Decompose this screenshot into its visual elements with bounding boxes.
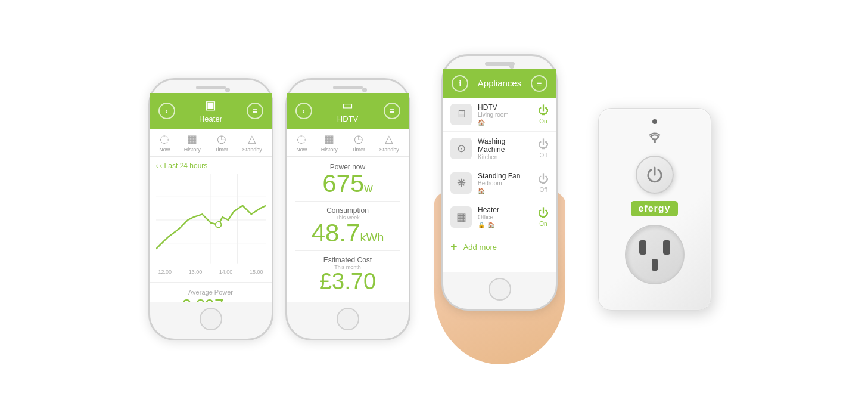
add-more-plus-icon: + <box>450 240 458 254</box>
phone3-bottom-bar <box>443 272 556 309</box>
heater-tag-lock: 🔒 <box>478 222 485 228</box>
heater-back-btn[interactable]: ‹ <box>158 103 175 119</box>
now-icon: ◌ <box>160 132 169 145</box>
chart-xaxis: 12.00 13.00 14.00 15.00 <box>156 268 266 276</box>
stats-area: Power now 675w Consumption This week 48.… <box>287 157 409 299</box>
add-more-row[interactable]: + Add more <box>443 234 556 260</box>
appliance-row-fan[interactable]: ❋ Standing Fan Bedroom 🏠 ⏻ Off <box>443 166 556 200</box>
hdtv-nav-now[interactable]: ◌ Now <box>296 132 307 153</box>
hdtv-toggle-label: On <box>539 118 547 125</box>
phone3-home-btn[interactable] <box>489 278 511 301</box>
socket-hole-right <box>663 240 670 255</box>
avg-power-section: Average Power 2.297 kW <box>150 282 272 302</box>
heater-toggle[interactable]: ⏻ On <box>538 207 549 227</box>
phone2-screen: ‹ ▭ HDTV ≡ ◌ Now ▦ History ◷ Timer <box>287 93 409 302</box>
fan-appliance-location: Bedroom <box>478 180 532 187</box>
heater-nav-history[interactable]: ▦ History <box>184 132 201 153</box>
hdtv-nav-standby[interactable]: △ Standby <box>379 132 399 153</box>
plug-socket <box>625 225 685 284</box>
heater-nav-standby[interactable]: △ Standby <box>242 132 262 153</box>
hdtv-tags: 🏠 <box>478 119 532 126</box>
standby-label: Standby <box>242 147 262 153</box>
appliances-header: ℹ Appliances ≡ <box>443 69 556 98</box>
fan-tags: 🏠 <box>478 188 532 194</box>
fan-tag-home: 🏠 <box>478 188 485 194</box>
phone1-home-btn[interactable] <box>200 308 222 330</box>
hdtv-nav-timer[interactable]: ◷ Timer <box>351 132 365 153</box>
heater-appliance-info: Heater Office 🔒 🏠 <box>478 206 532 228</box>
appliance-row-washing[interactable]: ⊙ Washing Machine Kitchen ⏻ Off <box>443 132 556 166</box>
hdtv-nav-history[interactable]: ▦ History <box>321 132 338 153</box>
hdtv-standby-label: Standby <box>379 147 399 153</box>
socket-holes-top <box>634 239 675 256</box>
stat-divider-1 <box>295 201 400 202</box>
history-icon: ▦ <box>187 132 197 145</box>
hdtv-now-label: Now <box>296 147 307 153</box>
phone-hdtv: ‹ ▭ HDTV ≡ ◌ Now ▦ History ◷ Timer <box>285 78 410 340</box>
phone3-camera <box>509 64 514 69</box>
heater-power-icon: ⏻ <box>538 207 549 219</box>
plug-led <box>652 119 657 124</box>
phone1-speaker <box>196 86 226 89</box>
hdtv-timer-label: Timer <box>351 147 365 153</box>
hdtv-timer-icon: ◷ <box>354 132 363 145</box>
heater-nav-now[interactable]: ◌ Now <box>159 132 170 153</box>
washing-appliance-name: Washing Machine <box>478 137 532 154</box>
hdtv-history-label: History <box>321 147 338 153</box>
plug-power-button[interactable] <box>636 156 674 194</box>
add-more-label: Add more <box>463 243 497 252</box>
appliances-menu-btn[interactable]: ≡ <box>531 75 547 92</box>
hdtv-back-btn[interactable]: ‹ <box>295 103 312 119</box>
hdtv-appliance-info: HDTV Living room 🏠 <box>478 103 532 126</box>
hdtv-toggle[interactable]: ⏻ On <box>538 104 549 125</box>
history-label: History <box>184 147 201 153</box>
heater-app-header: ‹ ▣ Heater ≡ <box>150 93 272 129</box>
svg-point-6 <box>215 221 221 227</box>
fan-toggle[interactable]: ⏻ Off <box>538 173 549 193</box>
hdtv-header-title: ▭ HDTV <box>312 98 384 124</box>
svg-point-7 <box>654 141 656 143</box>
fan-power-icon: ⏻ <box>538 173 549 185</box>
avg-power-label: Average Power <box>150 289 272 296</box>
now-label: Now <box>159 147 170 153</box>
consumption-value: 48.7 <box>312 219 360 247</box>
hdtv-header-icon: ▭ <box>312 98 384 112</box>
heater-appliance-name: Heater <box>478 206 532 214</box>
hdtv-title-label: HDTV <box>337 114 358 123</box>
plug-wrap: efergy <box>589 84 720 335</box>
fan-appliance-icon: ❋ <box>450 172 472 194</box>
washing-appliance-icon: ⊙ <box>450 138 472 159</box>
consumption-label: Consumption <box>295 206 400 215</box>
chart-back-btn[interactable]: ‹ ‹ Last 24 hours <box>156 162 266 170</box>
chart-back-label: ‹ Last 24 hours <box>160 162 207 170</box>
phone-heater: ‹ ▣ Heater ≡ ◌ Now ▦ History ◷ <box>148 78 273 340</box>
hdtv-tag-home: 🏠 <box>478 119 485 126</box>
timer-icon: ◷ <box>217 132 226 145</box>
appliance-row-heater[interactable]: ▦ Heater Office 🔒 🏠 ⏻ On <box>443 200 556 234</box>
phone1-bottom-bar <box>150 302 272 339</box>
heater-nav-timer[interactable]: ◷ Timer <box>214 132 228 153</box>
phone2-camera <box>362 88 367 92</box>
phone1-screen: ‹ ▣ Heater ≡ ◌ Now ▦ History ◷ <box>150 93 272 302</box>
washing-toggle[interactable]: ⏻ Off <box>538 138 549 159</box>
chart-area: ‹ ‹ Last 24 hours <box>150 157 272 278</box>
hdtv-nav: ◌ Now ▦ History ◷ Timer △ Standby <box>287 129 409 157</box>
heater-menu-btn[interactable]: ≡ <box>247 103 263 119</box>
cost-label: Estimated Cost <box>295 256 400 264</box>
phone2-home-btn[interactable] <box>337 308 359 330</box>
appliance-row-hdtv[interactable]: 🖥 HDTV Living room 🏠 ⏻ On <box>443 98 556 132</box>
phone1-camera <box>225 88 230 92</box>
power-value-row: 675w <box>295 171 400 196</box>
hdtv-menu-btn[interactable]: ≡ <box>384 103 400 119</box>
washing-appliance-location: Kitchen <box>478 154 532 160</box>
cost-value: £3.70 <box>295 270 400 293</box>
phone2-bottom-bar <box>287 302 409 339</box>
xaxis-0: 12.00 <box>158 269 172 275</box>
appliances-info-btn[interactable]: ℹ <box>452 75 468 92</box>
hdtv-appliance-name: HDTV <box>478 103 532 112</box>
xaxis-3: 15.00 <box>250 269 263 275</box>
phone-appliances: ℹ Appliances ≡ 🖥 HDTV Living room 🏠 <box>441 54 558 311</box>
phone2-top-bar <box>287 80 409 93</box>
consumption-unit: kWh <box>360 231 384 244</box>
hdtv-now-icon: ◌ <box>297 132 306 145</box>
